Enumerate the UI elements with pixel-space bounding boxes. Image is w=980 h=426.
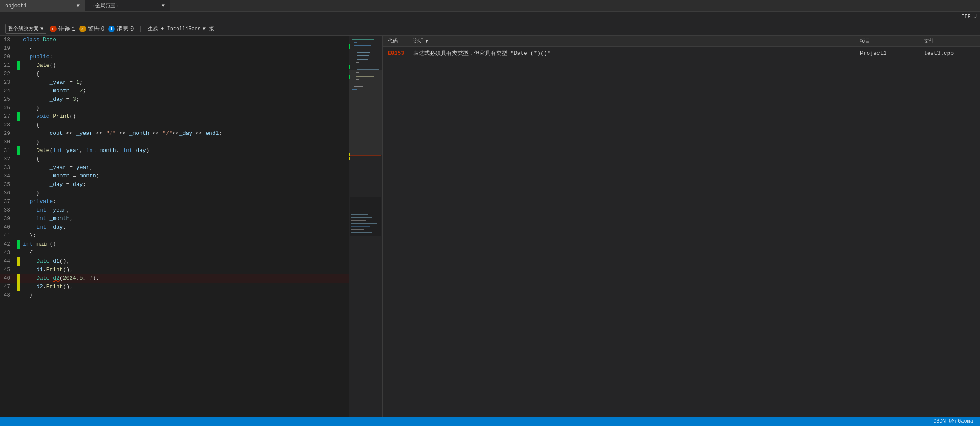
svg-rect-30 [351, 214, 368, 215]
table-row: 35 _day = day; [0, 180, 349, 189]
warning-count: 0 [101, 26, 105, 32]
minimap-content [349, 36, 382, 417]
svg-rect-3 [354, 42, 357, 43]
svg-rect-36 [351, 232, 372, 233]
warning-label: 警告 [88, 25, 100, 33]
error-list-panel: 代码 说明 ▼ 项目 文件 E0153 表达式必须具有类类型，但它具有类型 "D… [382, 36, 980, 417]
svg-rect-19 [349, 44, 350, 49]
warning-filter-btn[interactable]: ⚠ 警告 0 [79, 25, 105, 33]
svg-rect-23 [349, 157, 350, 160]
table-row: 23 _year = 1; [0, 78, 349, 87]
error-filter-btn[interactable]: ✕ 错误 1 [50, 25, 75, 33]
message-label: 消息 [117, 25, 129, 33]
table-row: 34 _month = month; [0, 172, 349, 180]
svg-rect-14 [356, 79, 359, 80]
error-file: test3.cpp [924, 50, 975, 57]
svg-rect-21 [349, 75, 350, 79]
solution-selector[interactable]: 整个解决方案 ▼ [5, 24, 46, 34]
error-code: E0153 [388, 50, 413, 57]
table-row: 36 } [0, 189, 349, 197]
table-row: 47 d2.Print(); [0, 283, 349, 291]
svg-rect-32 [351, 220, 366, 221]
separator: | [139, 26, 142, 32]
table-row: 38 int _year; [0, 206, 349, 214]
main-layout: 18 class Date 19 { 20 public: 21 D [0, 36, 980, 417]
svg-rect-10 [356, 66, 372, 66]
table-row: 40 int _day; [0, 223, 349, 232]
table-row: 42 int main() [0, 240, 349, 249]
warning-icon: ⚠ [79, 26, 86, 32]
svg-rect-31 [351, 217, 372, 218]
table-row: 20 public: [0, 53, 349, 61]
minimap[interactable] [349, 36, 382, 417]
svg-rect-25 [351, 200, 379, 200]
object-selector-arrow: ▼ [77, 3, 80, 9]
svg-rect-11 [357, 69, 379, 70]
col-project-header: 项目 [860, 37, 924, 45]
table-row: 41 }; [0, 232, 349, 240]
object-selector[interactable]: object1 ▼ [0, 0, 85, 11]
table-row: 21 Date() [0, 61, 349, 70]
svg-rect-33 [351, 223, 377, 224]
svg-rect-35 [351, 229, 364, 230]
svg-rect-4 [354, 45, 371, 46]
table-row: 31 Date(int year, int month, int day) [0, 146, 349, 155]
top-bar-right: IFE U [961, 14, 977, 20]
svg-rect-13 [356, 76, 374, 77]
svg-rect-20 [349, 65, 350, 69]
scope-selector[interactable]: （全局范围） ▼ [85, 0, 170, 11]
table-row: 30 } [0, 138, 349, 146]
bottom-status-bar: CSDN @MrGaoma [0, 417, 980, 426]
table-row: 46 Date d2(2024,5, 7); [0, 274, 349, 283]
svg-rect-18 [350, 155, 381, 156]
scope-selector-label: （全局范围） [90, 2, 121, 9]
error-label: 错误 [58, 25, 70, 33]
message-icon: ℹ [108, 26, 115, 32]
message-filter-btn[interactable]: ℹ 消息 0 [108, 25, 134, 33]
col-code-header: 代码 [388, 37, 413, 45]
svg-rect-12 [356, 72, 359, 73]
svg-rect-17 [352, 89, 357, 90]
table-row: 27 void Print() [0, 112, 349, 121]
object-selector-label: object1 [5, 3, 26, 9]
table-row: 29 cout << _year << "/" << _month << "/"… [0, 129, 349, 138]
table-row: 24 _month = 2; [0, 87, 349, 95]
table-row: 32 { [0, 155, 349, 163]
svg-rect-8 [357, 59, 368, 60]
connect-btn[interactable]: 接 [209, 25, 214, 32]
top-bar-text: IFE U [961, 14, 977, 20]
table-row: 25 _day = 3; [0, 95, 349, 104]
svg-rect-22 [349, 153, 350, 156]
col-desc-header: 说明 ▼ [413, 37, 860, 45]
scope-selector-arrow: ▼ [162, 3, 165, 9]
solution-arrow: ▼ [40, 26, 43, 32]
error-description: 表达式必须具有类类型，但它具有类型 "Date (*)()" [413, 49, 860, 57]
error-list-columns: 代码 说明 ▼ 项目 文件 [383, 36, 980, 47]
solution-label: 整个解决方案 [8, 25, 39, 32]
svg-rect-29 [351, 212, 374, 212]
table-row: 28 { [0, 121, 349, 129]
table-row: 26 } [0, 104, 349, 112]
table-row: 45 d1.Print(); [0, 266, 349, 274]
code-content[interactable]: 18 class Date 19 { 20 public: 21 D [0, 36, 349, 417]
svg-rect-15 [354, 83, 369, 83]
build-label: 生成 + IntelliSens [148, 25, 201, 32]
svg-rect-2 [352, 39, 374, 40]
svg-rect-34 [351, 226, 370, 227]
top-selectors: object1 ▼ （全局范围） ▼ [0, 0, 980, 12]
error-list-item[interactable]: E0153 表达式必须具有类类型，但它具有类型 "Date (*)()" Pro… [383, 47, 980, 60]
col-file-header: 文件 [924, 37, 975, 45]
table-row: 37 private: [0, 197, 349, 206]
build-intellisense-btn[interactable]: 生成 + IntelliSens ▼ [148, 25, 206, 32]
build-arrow: ▼ [203, 26, 206, 32]
table-row: 18 class Date [0, 36, 349, 44]
svg-rect-16 [354, 86, 363, 87]
table-row: 33 _year = year; [0, 163, 349, 172]
svg-rect-5 [356, 49, 371, 49]
table-row: 19 { [0, 44, 349, 53]
table-row: 39 int _month; [0, 214, 349, 223]
table-row: 48 } [0, 291, 349, 300]
svg-rect-9 [356, 62, 359, 63]
svg-rect-26 [351, 203, 372, 203]
svg-rect-7 [357, 55, 369, 56]
